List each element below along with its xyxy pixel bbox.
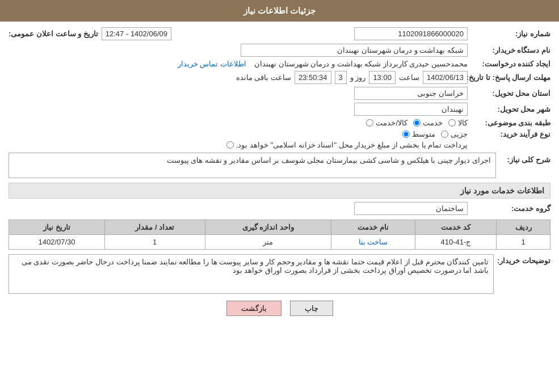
category-khedmat-radio[interactable] [413, 119, 421, 127]
process-motavasset-label: متوسط [412, 130, 435, 138]
date-section: 1402/06/09 - 12:47 تاریخ و ساعت اعلان عم… [9, 27, 171, 40]
services-section-header: اطلاعات خدمات مورد نیاز [9, 183, 550, 199]
process-row: نوع فرآیند خرید: جزیی متوسط پرداخت تمام … [9, 130, 550, 149]
deadline-remaining-label: ساعت باقی مانده [236, 73, 291, 82]
deadline-row: مهلت ارسال پاسخ: تا تاریخ: 1402/06/13 سا… [9, 71, 550, 84]
services-table: ردیف کد خدمت نام خدمت واحد اندازه گیری ت… [9, 220, 550, 250]
buyer-notes-value: تامین کنندگان محترم قبل از اعلام قیمت حت… [9, 254, 494, 294]
process-esnad-radio[interactable] [226, 141, 234, 149]
cell-name-0[interactable]: ساخت بنا [331, 235, 415, 250]
process-option-esnad: پرداخت تمام یا بخشی از مبلغ خریدار محل "… [226, 141, 468, 149]
province-label: استان محل تحویل: [471, 89, 550, 98]
service-group-label: گروه خدمت: [471, 204, 550, 213]
category-row: طبقه بندی موضوعی: کالا خدمت کالا/خدمت [9, 119, 550, 127]
content-area: شماره نیاز: 1102091866000020 1402/06/09 … [0, 22, 559, 326]
city-row: شهر محل تحویل: نهبندان [9, 103, 550, 116]
deadline-date: 1402/06/13 [423, 71, 468, 84]
category-kala-khedmat-radio[interactable] [366, 119, 373, 127]
col-header-name: نام خدمت [331, 220, 415, 235]
city-value: نهبندان [354, 103, 468, 116]
description-wrapper: شرح کلی نیاز: اجرای دیوار چینی با هیلکس … [9, 153, 550, 178]
print-button[interactable]: چاپ [290, 301, 333, 316]
process-label: نوع فرآیند خرید: [471, 130, 550, 138]
description-value: اجرای دیوار چینی با هیلکس و شاسی کشی بیم… [9, 153, 496, 178]
category-option-kala-khedmat: کالا/خدمت [366, 119, 407, 127]
creator-label: ایجاد کننده درخواست: [471, 60, 550, 68]
announce-date-value: 1402/06/09 - 12:47 [102, 27, 171, 40]
category-kala-radio[interactable] [448, 119, 456, 127]
process-option-jozii: جزیی [441, 130, 468, 138]
category-kala-label: کالا [458, 119, 468, 127]
cell-date-0: 1402/07/30 [9, 235, 105, 250]
buyer-notes-label: توضیحات خریدار: [497, 254, 550, 265]
deadline-day-label: روز و [350, 73, 366, 82]
creator-name: محمدحسین حیدری کاربرداز شبکه بهداشت و در… [254, 60, 468, 68]
buyer-org-label: نام دستگاه خریدار: [471, 46, 550, 54]
page-header: جزئیات اطلاعات نیاز [0, 0, 559, 22]
process-jozii-radio[interactable] [441, 130, 448, 138]
top-info-row: شماره نیاز: 1102091866000020 1402/06/09 … [9, 27, 550, 40]
cell-code-0: ج-41-410 [415, 235, 497, 250]
buyer-org-value: شبکه بهداشت و درمان شهرستان نهبندان [241, 44, 468, 57]
category-label: طبقه بندی موضوعی: [471, 119, 550, 127]
cell-qty-0: 1 [104, 235, 205, 250]
back-button[interactable]: بازگشت [226, 301, 281, 316]
table-row: 1 ج-41-410 ساخت بنا متر 1 1402/07/30 [9, 235, 550, 250]
col-header-code: کد خدمت [415, 220, 497, 235]
process-jozii-label: جزیی [451, 130, 468, 138]
category-option-kala: کالا [448, 119, 468, 127]
province-row: استان محل تحویل: خراسان جنوبی [9, 87, 550, 100]
description-label: شرح کلی نیاز: [499, 153, 550, 164]
process-radio-group: جزیی متوسط [226, 130, 468, 138]
page-title: جزئیات اطلاعات نیاز [243, 6, 316, 15]
col-header-qty: تعداد / مقدار [104, 220, 205, 235]
creator-row: ایجاد کننده درخواست: محمدحسین حیدری کارب… [9, 60, 550, 68]
process-options: جزیی متوسط پرداخت تمام یا بخشی از مبلغ خ… [226, 130, 468, 149]
service-group-row: گروه خدمت: ساختمان [9, 202, 550, 215]
announce-date-label: تاریخ و ساعت اعلان عمومی: [9, 29, 98, 38]
col-header-unit: واحد اندازه گیری [205, 220, 331, 235]
deadline-time: 13:00 [369, 71, 396, 84]
table-header-row: ردیف کد خدمت نام خدمت واحد اندازه گیری ت… [9, 220, 550, 235]
number-label: شماره نیاز: [471, 29, 550, 38]
buyer-notes-section: توضیحات خریدار: تامین کنندگان محترم قبل … [9, 254, 550, 294]
cell-unit-0: متر [205, 235, 331, 250]
col-header-row: ردیف [497, 220, 550, 235]
number-value: 1102091866000020 [354, 27, 468, 40]
col-header-date: تاریخ نیاز [9, 220, 105, 235]
service-group-value: ساختمان [354, 202, 468, 215]
category-khedmat-label: خدمت [423, 119, 443, 127]
button-row: چاپ بازگشت [9, 301, 550, 316]
cell-row-0: 1 [497, 235, 550, 250]
buyer-org-row: نام دستگاه خریدار: شبکه بهداشت و درمان ش… [9, 44, 550, 57]
deadline-label: مهلت ارسال پاسخ: تا تاریخ: [471, 73, 550, 82]
deadline-day: 3 [335, 71, 347, 84]
deadline-remaining: 23:50:34 [295, 71, 331, 84]
description-content: اجرای دیوار چینی با هیلکس و شاسی کشی بیم… [9, 153, 496, 178]
deadline-time-label: ساعت [399, 73, 419, 82]
number-section: شماره نیاز: 1102091866000020 [354, 27, 550, 40]
category-radio-group: کالا خدمت کالا/خدمت [366, 119, 468, 127]
province-value: خراسان جنوبی [354, 87, 468, 100]
category-option-khedmat: خدمت [413, 119, 443, 127]
category-kala-khedmat-label: کالا/خدمت [376, 119, 407, 127]
city-label: شهر محل تحویل: [471, 105, 550, 113]
process-motavasset-radio[interactable] [402, 130, 410, 138]
process-esnad-label: پرداخت تمام یا بخشی از مبلغ خریدار محل "… [236, 141, 468, 149]
process-option-motavasset: متوسط [402, 130, 435, 138]
page-wrapper: جزئیات اطلاعات نیاز شماره نیاز: 11020918… [0, 0, 559, 392]
creator-link[interactable]: اطلاعات تماس خریدار [178, 60, 246, 68]
